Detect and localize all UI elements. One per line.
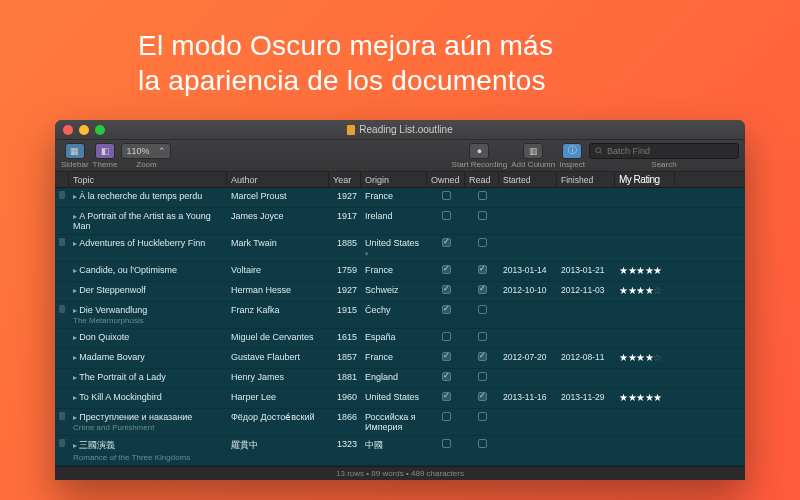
row-topic: 三國演義 bbox=[73, 440, 115, 450]
table-row[interactable]: Преступление и наказаниеCrime and Punish… bbox=[55, 409, 745, 436]
row-origin: United States bbox=[361, 238, 427, 258]
row-topic: Candide, ou l'Optimisme bbox=[73, 265, 177, 275]
row-subtitle: The Metamorphosis bbox=[73, 316, 223, 325]
read-checkbox[interactable] bbox=[478, 211, 487, 220]
owned-checkbox[interactable] bbox=[442, 412, 451, 421]
row-started: 2012-07-20 bbox=[499, 352, 557, 362]
row-handle-icon[interactable] bbox=[59, 238, 65, 246]
row-author: Gustave Flaubert bbox=[227, 352, 329, 362]
table-row[interactable]: Don QuixoteMiguel de Cervantes1615España bbox=[55, 329, 745, 349]
add-column-button[interactable]: ▥ bbox=[523, 143, 543, 159]
header-rating[interactable]: My Rating bbox=[615, 172, 675, 187]
owned-checkbox[interactable] bbox=[442, 305, 451, 314]
record-button[interactable]: ● bbox=[469, 143, 489, 159]
read-checkbox[interactable] bbox=[478, 305, 487, 314]
owned-checkbox[interactable] bbox=[442, 211, 451, 220]
read-checkbox[interactable] bbox=[478, 191, 487, 200]
search-input[interactable]: Batch Find bbox=[589, 143, 739, 159]
read-checkbox[interactable] bbox=[478, 238, 487, 247]
owned-checkbox[interactable] bbox=[442, 372, 451, 381]
row-topic: Die Verwandlung bbox=[73, 305, 147, 315]
row-author: 羅貫中 bbox=[227, 439, 329, 452]
table-row[interactable]: Adventures of Huckleberry FinnMark Twain… bbox=[55, 235, 745, 262]
header-author[interactable]: Author bbox=[227, 172, 329, 187]
row-origin: Ireland bbox=[361, 211, 427, 221]
table-row[interactable]: Die VerwandlungThe MetamorphosisFranz Ka… bbox=[55, 302, 745, 329]
read-checkbox[interactable] bbox=[478, 439, 487, 448]
row-author: Harper Lee bbox=[227, 392, 329, 402]
zoom-button[interactable] bbox=[95, 125, 105, 135]
close-button[interactable] bbox=[63, 125, 73, 135]
row-year: 1881 bbox=[329, 372, 361, 382]
owned-checkbox[interactable] bbox=[442, 238, 451, 247]
row-handle-icon[interactable] bbox=[59, 439, 65, 447]
row-year: 1866 bbox=[329, 412, 361, 422]
row-origin: France bbox=[361, 265, 427, 275]
titlebar: Reading List.ooutline bbox=[55, 120, 745, 140]
add-column-label: Add Column bbox=[511, 160, 555, 169]
row-author: Herman Hesse bbox=[227, 285, 329, 295]
row-author: Miguel de Cervantes bbox=[227, 332, 329, 342]
owned-checkbox[interactable] bbox=[442, 285, 451, 294]
header-year[interactable]: Year bbox=[329, 172, 361, 187]
owned-checkbox[interactable] bbox=[442, 332, 451, 341]
header-topic[interactable]: Topic bbox=[69, 172, 227, 187]
zoom-select[interactable]: 110%⌃ bbox=[121, 143, 171, 159]
toolbar: ▦ Sidebar ◧ Theme 110%⌃ Zoom ● Start Rec… bbox=[55, 140, 745, 172]
header-origin[interactable]: Origin bbox=[361, 172, 427, 187]
header-owned[interactable]: Owned bbox=[427, 172, 465, 187]
header-finished[interactable]: Finished bbox=[557, 172, 615, 187]
row-author: Voltaire bbox=[227, 265, 329, 275]
zoom-label: Zoom bbox=[136, 160, 156, 169]
window-title: Reading List.ooutline bbox=[55, 124, 745, 135]
row-handle-icon[interactable] bbox=[59, 305, 65, 313]
row-year: 1759 bbox=[329, 265, 361, 275]
sidebar-button[interactable]: ▦ bbox=[65, 143, 85, 159]
row-topic: A Portrait of the Artist as a Young Man bbox=[73, 211, 211, 231]
theme-button[interactable]: ◧ bbox=[95, 143, 115, 159]
record-label: Start Recording bbox=[452, 160, 508, 169]
owned-checkbox[interactable] bbox=[442, 265, 451, 274]
read-checkbox[interactable] bbox=[478, 265, 487, 274]
row-origin: España bbox=[361, 332, 427, 342]
traffic-lights bbox=[63, 125, 105, 135]
search-icon bbox=[595, 147, 603, 155]
owned-checkbox[interactable] bbox=[442, 439, 451, 448]
table-row[interactable]: To Kill A MockingbirdHarper Lee1960Unite… bbox=[55, 389, 745, 409]
table-row[interactable]: Candide, ou l'OptimismeVoltaire1759Franc… bbox=[55, 262, 745, 282]
header-read[interactable]: Read bbox=[465, 172, 499, 187]
table-row[interactable]: A Portrait of the Artist as a Young ManJ… bbox=[55, 208, 745, 235]
row-origin: Čechy bbox=[361, 305, 427, 315]
table-row[interactable]: Madame BovaryGustave Flaubert1857France2… bbox=[55, 349, 745, 369]
read-checkbox[interactable] bbox=[478, 372, 487, 381]
row-year: 1323 bbox=[329, 439, 361, 449]
row-topic: Der Steppenwolf bbox=[73, 285, 146, 295]
table-row[interactable]: Der SteppenwolfHerman Hesse1927Schweiz20… bbox=[55, 282, 745, 302]
read-checkbox[interactable] bbox=[478, 392, 487, 401]
table-row[interactable]: The Portrait of a LadyHenry James1881Eng… bbox=[55, 369, 745, 389]
row-origin: Российска я Империя bbox=[361, 412, 427, 432]
theme-label: Theme bbox=[93, 160, 118, 169]
read-checkbox[interactable] bbox=[478, 285, 487, 294]
owned-checkbox[interactable] bbox=[442, 191, 451, 200]
row-author: Henry James bbox=[227, 372, 329, 382]
row-finished: 2013-11-29 bbox=[557, 392, 615, 402]
row-topic: Don Quixote bbox=[73, 332, 129, 342]
read-checkbox[interactable] bbox=[478, 332, 487, 341]
read-checkbox[interactable] bbox=[478, 412, 487, 421]
row-handle-icon[interactable] bbox=[59, 191, 65, 199]
row-started: 2013-01-14 bbox=[499, 265, 557, 275]
minimize-button[interactable] bbox=[79, 125, 89, 135]
read-checkbox[interactable] bbox=[478, 352, 487, 361]
document-icon bbox=[347, 125, 355, 135]
owned-checkbox[interactable] bbox=[442, 352, 451, 361]
row-year: 1885 bbox=[329, 238, 361, 248]
inspect-button[interactable]: ⓘ bbox=[562, 143, 582, 159]
row-author: Franz Kafka bbox=[227, 305, 329, 315]
header-started[interactable]: Started bbox=[499, 172, 557, 187]
row-origin: Schweiz bbox=[361, 285, 427, 295]
table-row[interactable]: 三國演義Romance of the Three Kingdoms羅貫中1323… bbox=[55, 436, 745, 466]
table-row[interactable]: À la recherche du temps perduMarcel Prou… bbox=[55, 188, 745, 208]
owned-checkbox[interactable] bbox=[442, 392, 451, 401]
row-handle-icon[interactable] bbox=[59, 412, 65, 420]
